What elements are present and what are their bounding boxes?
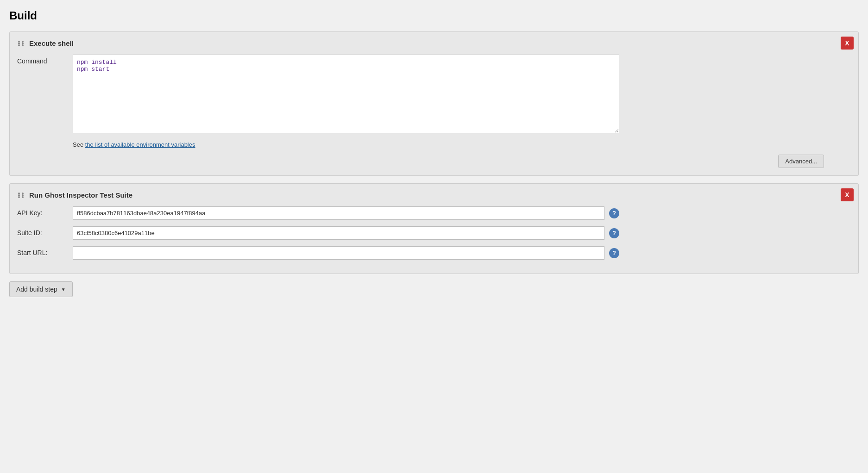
add-build-step-label: Add build step xyxy=(16,286,57,293)
add-build-step-button[interactable]: Add build step ▼ xyxy=(9,281,73,297)
suite-id-label: Suite ID: xyxy=(17,226,73,236)
api-key-row: API Key: ? xyxy=(17,206,851,220)
start-url-input[interactable] xyxy=(73,246,604,260)
ghost-inspector-close-button[interactable]: X xyxy=(841,188,854,201)
command-field: npm install npm start xyxy=(73,55,619,135)
suite-id-help-icon[interactable]: ? xyxy=(609,228,619,238)
drag-handle-icon-2 xyxy=(17,192,25,199)
advanced-button[interactable]: Advanced... xyxy=(778,155,824,168)
svg-point-4 xyxy=(18,44,20,46)
start-url-label: Start URL: xyxy=(17,246,73,256)
api-key-field-wrapper: ? xyxy=(73,206,619,220)
svg-point-11 xyxy=(22,196,24,198)
api-key-label: API Key: xyxy=(17,206,73,217)
execute-shell-header: Execute shell xyxy=(17,39,851,47)
drag-handle-icon xyxy=(17,40,25,47)
execute-shell-title: Execute shell xyxy=(29,39,74,47)
svg-point-8 xyxy=(18,194,20,196)
svg-point-5 xyxy=(22,44,24,46)
start-url-row: Start URL: ? xyxy=(17,246,851,260)
suite-id-row: Suite ID: ? xyxy=(17,226,851,240)
ghost-inspector-title: Run Ghost Inspector Test Suite xyxy=(29,191,132,199)
page-title: Build xyxy=(9,9,859,22)
svg-point-3 xyxy=(22,43,24,44)
svg-point-7 xyxy=(22,193,24,194)
svg-point-2 xyxy=(18,43,20,44)
dropdown-arrow-icon: ▼ xyxy=(61,287,66,292)
command-textarea[interactable]: npm install npm start xyxy=(73,55,619,133)
svg-point-10 xyxy=(18,196,20,198)
advanced-row: Advanced... xyxy=(17,155,851,168)
env-vars-row: See the list of available environment va… xyxy=(73,141,851,148)
svg-point-9 xyxy=(22,194,24,196)
api-key-input[interactable] xyxy=(73,206,604,220)
ghost-inspector-header: Run Ghost Inspector Test Suite xyxy=(17,191,851,199)
env-vars-prefix: See xyxy=(73,141,85,148)
suite-id-input[interactable] xyxy=(73,226,604,240)
command-label: Command xyxy=(17,55,73,65)
ghost-inspector-section: X Run Ghost Inspector Test Suite API Key… xyxy=(9,183,859,274)
suite-id-field-wrapper: ? xyxy=(73,226,619,240)
svg-point-6 xyxy=(18,193,20,194)
svg-point-0 xyxy=(18,41,20,43)
execute-shell-close-button[interactable]: X xyxy=(841,37,854,50)
svg-point-1 xyxy=(22,41,24,43)
start-url-field-wrapper: ? xyxy=(73,246,619,260)
env-vars-link[interactable]: the list of available environment variab… xyxy=(85,141,195,148)
start-url-help-icon[interactable]: ? xyxy=(609,248,619,258)
api-key-help-icon[interactable]: ? xyxy=(609,208,619,218)
command-row: Command npm install npm start xyxy=(17,55,851,135)
execute-shell-section: X Execute shell Command npm install npm … xyxy=(9,31,859,176)
